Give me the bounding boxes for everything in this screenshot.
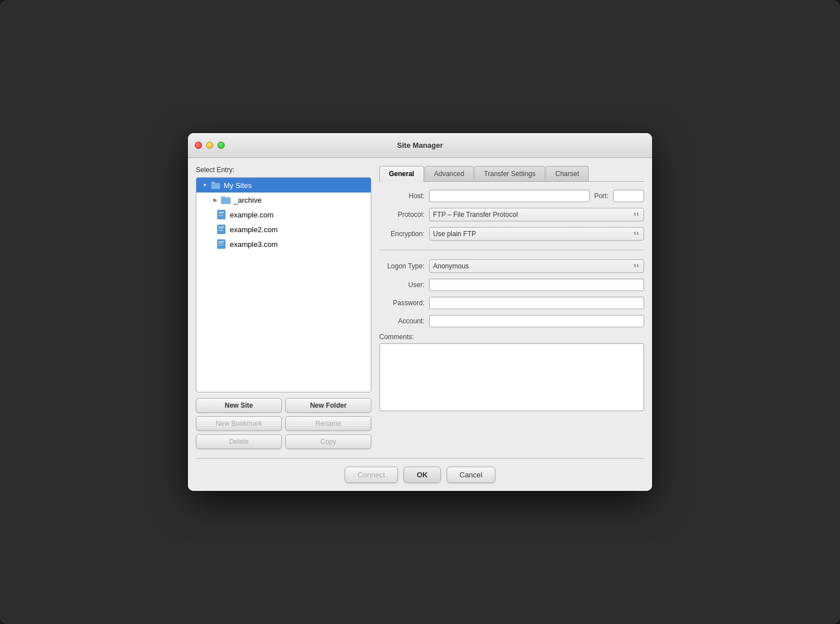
tree-item-text-my-sites: My Sites — [224, 181, 252, 190]
site-icon-example-com — [217, 210, 227, 220]
port-label: Port: — [594, 192, 608, 200]
svg-rect-9 — [218, 226, 224, 228]
protocol-row: Protocol: FTP – File Transfer Protocol S… — [379, 208, 644, 221]
bottom-bar: Connect OK Cancel — [196, 458, 644, 483]
protocol-label: Protocol: — [379, 211, 425, 219]
tree-item-example2-com[interactable]: example2.com — [196, 222, 371, 237]
encryption-row: Encryption: Use plain FTP Use explicit F… — [379, 227, 644, 241]
svg-rect-10 — [218, 228, 223, 229]
logon-type-label: Logon Type: — [379, 262, 425, 270]
comments-section: Comments: — [379, 333, 644, 413]
maximize-button[interactable] — [217, 142, 225, 149]
encryption-label: Encryption: — [379, 230, 425, 238]
user-input[interactable] — [429, 279, 644, 291]
folder-icon-archive — [221, 195, 231, 205]
svg-rect-13 — [218, 241, 224, 242]
left-panel-buttons: New Site New Folder New Bookmark Rename … — [196, 398, 371, 449]
tree-item-text-archive: _archive — [234, 196, 262, 204]
account-label: Account: — [379, 317, 425, 325]
tree-item-text-example3-com: example3.com — [230, 240, 278, 249]
account-input[interactable] — [429, 315, 644, 327]
tree-item-text-example2-com: example2.com — [230, 225, 278, 234]
form-section: Host: Port: Protocol: FTP – File Transfe… — [379, 190, 644, 413]
password-label: Password: — [379, 299, 425, 307]
rename-button[interactable]: Rename — [285, 416, 371, 431]
tab-transfer-settings[interactable]: Transfer Settings — [474, 166, 545, 181]
tree-item-text-example-com: example.com — [230, 211, 273, 219]
traffic-lights — [195, 142, 225, 149]
main-area: Select Entry: ▼ My Sites — [196, 166, 644, 449]
close-button[interactable] — [195, 142, 202, 149]
site-manager-window: Site Manager Select Entry: ▼ — [188, 133, 652, 491]
tree-item-example-com[interactable]: example.com — [196, 207, 371, 222]
user-row: User: — [379, 279, 644, 291]
host-port-row: Host: Port: — [379, 190, 644, 202]
separator-1 — [379, 250, 644, 250]
tab-advanced[interactable]: Advanced — [425, 166, 474, 181]
ok-button[interactable]: OK — [404, 467, 441, 483]
comments-textarea[interactable] — [379, 343, 644, 411]
protocol-select[interactable]: FTP – File Transfer Protocol SFTP – SSH … — [429, 208, 644, 221]
encryption-select[interactable]: Use plain FTP Use explicit FTP over TLS … — [429, 227, 644, 241]
tree-arrow-archive: ▶ — [211, 196, 219, 204]
svg-rect-12 — [217, 240, 225, 249]
left-panel: Select Entry: ▼ My Sites — [196, 166, 371, 449]
site-icon-example2-com — [217, 224, 227, 234]
svg-rect-7 — [218, 215, 224, 216]
protocol-select-wrapper: FTP – File Transfer Protocol SFTP – SSH … — [429, 208, 644, 221]
logon-type-row: Logon Type: Anonymous Normal Ask for pas… — [379, 259, 644, 273]
copy-button[interactable]: Copy — [285, 434, 371, 449]
select-entry-label: Select Entry: — [196, 166, 371, 174]
svg-rect-1 — [211, 182, 215, 184]
svg-rect-3 — [221, 196, 225, 199]
svg-rect-11 — [218, 230, 224, 231]
tab-general[interactable]: General — [379, 166, 424, 182]
password-input[interactable] — [429, 297, 644, 309]
svg-rect-5 — [218, 212, 224, 213]
host-label: Host: — [379, 192, 425, 200]
window-body: Select Entry: ▼ My Sites — [188, 158, 652, 491]
site-icon-example3-com — [217, 239, 227, 249]
cancel-button[interactable]: Cancel — [447, 467, 495, 483]
comments-label: Comments: — [379, 333, 644, 341]
svg-rect-4 — [217, 210, 225, 219]
connect-button[interactable]: Connect — [345, 467, 398, 483]
encryption-select-wrapper: Use plain FTP Use explicit FTP over TLS … — [429, 227, 644, 241]
password-row: Password: — [379, 297, 644, 309]
svg-rect-6 — [218, 213, 223, 215]
new-folder-button[interactable]: New Folder — [285, 398, 371, 413]
delete-button[interactable]: Delete — [196, 434, 282, 449]
tab-charset[interactable]: Charset — [546, 166, 589, 181]
account-row: Account: — [379, 315, 644, 327]
tree-item-my-sites[interactable]: ▼ My Sites — [196, 178, 371, 193]
window-title: Site Manager — [397, 141, 443, 149]
tree-arrow-my-sites: ▼ — [201, 181, 209, 189]
user-label: User: — [379, 281, 425, 289]
folder-icon-my-sites — [211, 180, 221, 190]
tree-item-archive[interactable]: ▶ _archive — [196, 193, 371, 207]
svg-rect-15 — [218, 245, 224, 246]
svg-rect-8 — [217, 225, 225, 234]
tabs: General Advanced Transfer Settings Chars… — [379, 166, 644, 182]
titlebar: Site Manager — [188, 133, 652, 158]
logon-type-select-wrapper: Anonymous Normal Ask for password Intera… — [429, 259, 644, 273]
port-input[interactable] — [613, 190, 644, 202]
svg-rect-14 — [218, 243, 223, 244]
right-panel: General Advanced Transfer Settings Chars… — [379, 166, 644, 449]
new-bookmark-button[interactable]: New Bookmark — [196, 416, 282, 431]
minimize-button[interactable] — [206, 142, 213, 149]
host-input[interactable] — [429, 190, 590, 202]
new-site-button[interactable]: New Site — [196, 398, 282, 413]
logon-type-select[interactable]: Anonymous Normal Ask for password Intera… — [429, 259, 644, 273]
tree-view[interactable]: ▼ My Sites ▶ — [196, 177, 371, 392]
tree-item-example3-com[interactable]: example3.com — [196, 237, 371, 251]
